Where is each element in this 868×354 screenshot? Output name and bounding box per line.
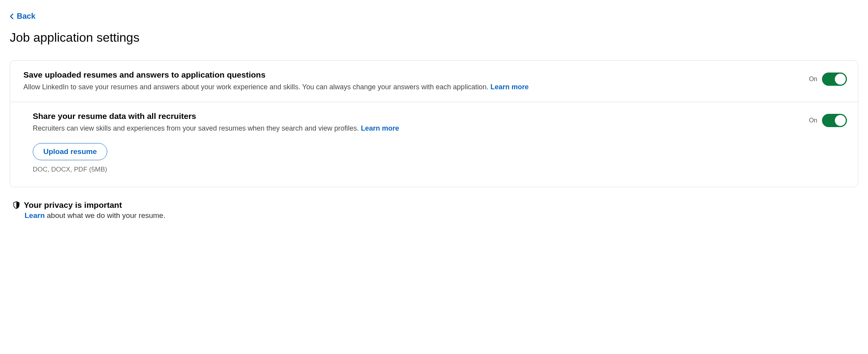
chevron-left-icon (10, 13, 14, 19)
privacy-text: Learn about what we do with your resume. (13, 211, 858, 220)
privacy-header: Your privacy is important (13, 200, 858, 210)
setting-save-resumes-desc: Allow LinkedIn to save your resumes and … (23, 82, 794, 92)
toggle-state-label: On (809, 117, 817, 124)
setting-share-resume-title: Share your resume data with all recruite… (33, 112, 794, 121)
setting-share-resume-text: Share your resume data with all recruite… (33, 112, 809, 173)
setting-save-resumes-desc-text: Allow LinkedIn to save your resumes and … (23, 83, 491, 91)
toggle-knob (835, 74, 846, 85)
setting-save-resumes: Save uploaded resumes and answers to app… (10, 61, 858, 102)
toggle-share-resume[interactable] (822, 114, 847, 127)
settings-card: Save uploaded resumes and answers to app… (10, 60, 858, 187)
toggle-state-label: On (809, 76, 817, 83)
setting-share-resume: Share your resume data with all recruite… (10, 102, 858, 187)
privacy-block: Your privacy is important Learn about wh… (10, 200, 858, 220)
back-label: Back (17, 12, 35, 21)
setting-share-resume-desc-text: Recruiters can view skills and experienc… (33, 124, 361, 132)
toggle-knob (835, 115, 846, 126)
setting-share-resume-control: On (809, 112, 847, 127)
shield-icon (13, 201, 20, 209)
upload-hint: DOC, DOCX, PDF (5MB) (33, 166, 794, 173)
setting-save-resumes-control: On (809, 70, 847, 86)
privacy-learn-link[interactable]: Learn (25, 211, 45, 219)
privacy-rest-text: about what we do with your resume. (45, 211, 165, 219)
privacy-title: Your privacy is important (24, 200, 122, 210)
upload-resume-button[interactable]: Upload resume (33, 143, 107, 160)
back-link[interactable]: Back (10, 12, 35, 21)
learn-more-link[interactable]: Learn more (491, 83, 529, 91)
setting-save-resumes-title: Save uploaded resumes and answers to app… (23, 70, 794, 80)
page-title: Job application settings (10, 30, 858, 45)
toggle-save-resumes[interactable] (822, 73, 847, 86)
setting-save-resumes-text: Save uploaded resumes and answers to app… (23, 70, 809, 92)
setting-share-resume-desc: Recruiters can view skills and experienc… (33, 123, 794, 134)
learn-more-link[interactable]: Learn more (361, 124, 399, 132)
